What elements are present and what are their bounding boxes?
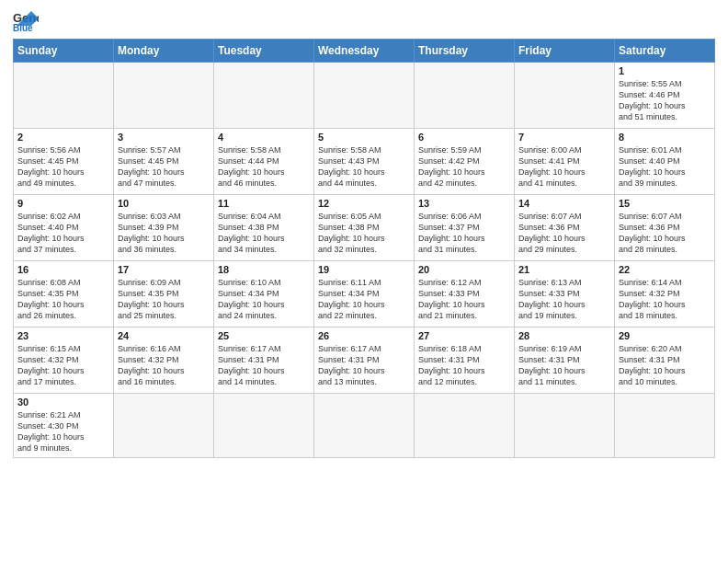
- calendar-cell: 12Sunrise: 6:05 AM Sunset: 4:38 PM Dayli…: [314, 195, 415, 261]
- day-number: 21: [518, 264, 610, 275]
- cell-info: Sunrise: 6:04 AM Sunset: 4:38 PM Dayligh…: [218, 211, 310, 256]
- calendar-cell: 9Sunrise: 6:02 AM Sunset: 4:40 PM Daylig…: [14, 195, 114, 261]
- calendar-cell: [415, 63, 515, 129]
- cell-info: Sunrise: 5:57 AM Sunset: 4:45 PM Dayligh…: [118, 144, 210, 190]
- day-number: 23: [17, 330, 109, 341]
- calendar-row-5: 30Sunrise: 6:21 AM Sunset: 4:30 PM Dayli…: [14, 394, 715, 458]
- calendar-cell: 4Sunrise: 5:58 AM Sunset: 4:44 PM Daylig…: [214, 129, 314, 195]
- day-number: 15: [619, 198, 711, 209]
- cell-info: Sunrise: 6:14 AM Sunset: 4:32 PM Dayligh…: [619, 277, 711, 322]
- calendar-cell: 5Sunrise: 5:58 AM Sunset: 4:43 PM Daylig…: [314, 129, 415, 195]
- calendar-cell: 3Sunrise: 5:57 AM Sunset: 4:45 PM Daylig…: [114, 129, 214, 195]
- cell-info: Sunrise: 6:21 AM Sunset: 4:30 PM Dayligh…: [17, 409, 109, 454]
- day-number: 9: [17, 198, 109, 209]
- calendar-cell: [415, 394, 515, 458]
- day-number: 29: [619, 330, 711, 341]
- cell-info: Sunrise: 6:13 AM Sunset: 4:33 PM Dayligh…: [518, 277, 610, 322]
- calendar-cell: 6Sunrise: 5:59 AM Sunset: 4:42 PM Daylig…: [415, 129, 515, 195]
- weekday-header-monday: Monday: [114, 40, 214, 63]
- weekday-header-sunday: Sunday: [14, 40, 114, 63]
- day-number: 17: [118, 264, 210, 275]
- calendar-cell: [114, 394, 214, 458]
- cell-info: Sunrise: 5:55 AM Sunset: 4:46 PM Dayligh…: [619, 78, 711, 123]
- weekday-header-wednesday: Wednesday: [314, 40, 415, 63]
- calendar-cell: 13Sunrise: 6:06 AM Sunset: 4:37 PM Dayli…: [415, 195, 515, 261]
- calendar-row-1: 2Sunrise: 5:56 AM Sunset: 4:45 PM Daylig…: [14, 129, 715, 195]
- cell-info: Sunrise: 6:16 AM Sunset: 4:32 PM Dayligh…: [118, 343, 210, 388]
- day-number: 12: [318, 198, 410, 209]
- calendar-row-4: 23Sunrise: 6:15 AM Sunset: 4:32 PM Dayli…: [14, 327, 715, 394]
- cell-info: Sunrise: 6:19 AM Sunset: 4:31 PM Dayligh…: [518, 343, 610, 388]
- calendar-cell: 29Sunrise: 6:20 AM Sunset: 4:31 PM Dayli…: [615, 327, 715, 394]
- day-number: 14: [518, 198, 610, 209]
- calendar-cell: 20Sunrise: 6:12 AM Sunset: 4:33 PM Dayli…: [415, 261, 515, 327]
- calendar-cell: 19Sunrise: 6:11 AM Sunset: 4:34 PM Dayli…: [314, 261, 415, 327]
- day-number: 4: [218, 132, 310, 143]
- calendar-cell: 14Sunrise: 6:07 AM Sunset: 4:36 PM Dayli…: [515, 195, 615, 261]
- day-number: 2: [17, 132, 109, 143]
- cell-info: Sunrise: 6:09 AM Sunset: 4:35 PM Dayligh…: [118, 277, 210, 322]
- day-number: 19: [318, 264, 410, 275]
- day-number: 8: [619, 132, 711, 143]
- day-number: 27: [418, 330, 510, 341]
- cell-info: Sunrise: 6:03 AM Sunset: 4:39 PM Dayligh…: [118, 211, 210, 256]
- cell-info: Sunrise: 6:00 AM Sunset: 4:41 PM Dayligh…: [518, 144, 610, 190]
- day-number: 24: [118, 330, 210, 341]
- day-number: 5: [318, 132, 410, 143]
- day-number: 18: [218, 264, 310, 275]
- calendar-cell: 1Sunrise: 5:55 AM Sunset: 4:46 PM Daylig…: [615, 63, 715, 129]
- calendar-cell: [114, 63, 214, 129]
- calendar-cell: 21Sunrise: 6:13 AM Sunset: 4:33 PM Dayli…: [515, 261, 615, 327]
- calendar-cell: [14, 63, 114, 129]
- calendar-cell: [214, 394, 314, 458]
- calendar-cell: [214, 63, 314, 129]
- cell-info: Sunrise: 6:17 AM Sunset: 4:31 PM Dayligh…: [318, 343, 410, 388]
- day-number: 3: [118, 132, 210, 143]
- day-number: 6: [418, 132, 510, 143]
- calendar-cell: 7Sunrise: 6:00 AM Sunset: 4:41 PM Daylig…: [515, 129, 615, 195]
- cell-info: Sunrise: 6:07 AM Sunset: 4:36 PM Dayligh…: [518, 211, 610, 256]
- day-number: 10: [118, 198, 210, 209]
- cell-info: Sunrise: 6:15 AM Sunset: 4:32 PM Dayligh…: [17, 343, 109, 388]
- weekday-header-tuesday: Tuesday: [214, 40, 314, 63]
- calendar-cell: 2Sunrise: 5:56 AM Sunset: 4:45 PM Daylig…: [14, 129, 114, 195]
- calendar-cell: 15Sunrise: 6:07 AM Sunset: 4:36 PM Dayli…: [615, 195, 715, 261]
- calendar-cell: 23Sunrise: 6:15 AM Sunset: 4:32 PM Dayli…: [14, 327, 114, 394]
- cell-info: Sunrise: 6:05 AM Sunset: 4:38 PM Dayligh…: [318, 211, 410, 256]
- calendar-cell: [615, 394, 715, 458]
- calendar-header-row: SundayMondayTuesdayWednesdayThursdayFrid…: [14, 40, 715, 63]
- day-number: 1: [619, 65, 711, 76]
- cell-info: Sunrise: 6:10 AM Sunset: 4:34 PM Dayligh…: [218, 277, 310, 322]
- calendar-cell: 24Sunrise: 6:16 AM Sunset: 4:32 PM Dayli…: [114, 327, 214, 394]
- cell-info: Sunrise: 6:18 AM Sunset: 4:31 PM Dayligh…: [418, 343, 510, 388]
- weekday-header-saturday: Saturday: [615, 40, 715, 63]
- cell-info: Sunrise: 6:06 AM Sunset: 4:37 PM Dayligh…: [418, 211, 510, 256]
- calendar-cell: [314, 63, 415, 129]
- weekday-header-friday: Friday: [515, 40, 615, 63]
- cell-info: Sunrise: 6:07 AM Sunset: 4:36 PM Dayligh…: [619, 211, 711, 256]
- calendar-cell: [515, 394, 615, 458]
- day-number: 30: [17, 396, 109, 408]
- logo-icon: General Blue: [13, 9, 39, 31]
- day-number: 13: [418, 198, 510, 209]
- svg-text:Blue: Blue: [13, 23, 33, 31]
- calendar-cell: 22Sunrise: 6:14 AM Sunset: 4:32 PM Dayli…: [615, 261, 715, 327]
- cell-info: Sunrise: 6:08 AM Sunset: 4:35 PM Dayligh…: [17, 277, 109, 322]
- day-number: 7: [518, 132, 610, 143]
- calendar-cell: [314, 394, 415, 458]
- cell-info: Sunrise: 6:01 AM Sunset: 4:40 PM Dayligh…: [619, 144, 711, 190]
- cell-info: Sunrise: 5:58 AM Sunset: 4:43 PM Dayligh…: [318, 144, 410, 190]
- calendar-cell: 30Sunrise: 6:21 AM Sunset: 4:30 PM Dayli…: [14, 394, 114, 458]
- calendar-cell: 10Sunrise: 6:03 AM Sunset: 4:39 PM Dayli…: [114, 195, 214, 261]
- day-number: 28: [518, 330, 610, 341]
- cell-info: Sunrise: 6:12 AM Sunset: 4:33 PM Dayligh…: [418, 277, 510, 322]
- day-number: 22: [619, 264, 711, 275]
- calendar-table: SundayMondayTuesdayWednesdayThursdayFrid…: [13, 39, 715, 458]
- page: General Blue SundayMondayTuesdayWednesda…: [0, 0, 728, 563]
- cell-info: Sunrise: 6:20 AM Sunset: 4:31 PM Dayligh…: [619, 343, 711, 388]
- calendar-cell: 8Sunrise: 6:01 AM Sunset: 4:40 PM Daylig…: [615, 129, 715, 195]
- calendar-row-0: 1Sunrise: 5:55 AM Sunset: 4:46 PM Daylig…: [14, 63, 715, 129]
- day-number: 20: [418, 264, 510, 275]
- header: General Blue: [13, 9, 715, 31]
- calendar-cell: 16Sunrise: 6:08 AM Sunset: 4:35 PM Dayli…: [14, 261, 114, 327]
